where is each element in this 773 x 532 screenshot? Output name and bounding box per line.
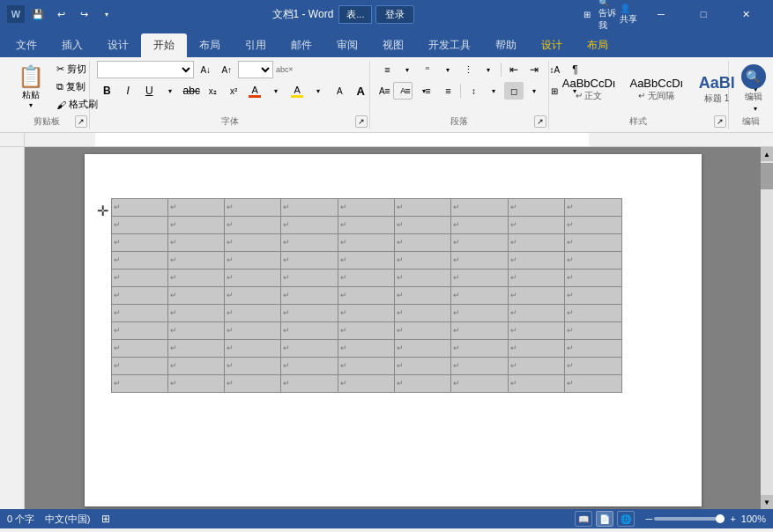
table-cell[interactable]: ↵: [508, 340, 564, 358]
paste-button[interactable]: 📋 粘贴 ▾: [11, 61, 51, 113]
table-row[interactable]: ↵↵↵↵↵↵↵↵↵: [111, 252, 621, 270]
shading-button[interactable]: ◻: [504, 82, 524, 100]
tab-references[interactable]: 引用: [233, 33, 279, 57]
table-cell[interactable]: ↵: [281, 358, 338, 375]
maximize-button[interactable]: □: [683, 0, 724, 28]
table-cell[interactable]: ↵: [395, 375, 451, 393]
table-cell[interactable]: ↵: [225, 252, 281, 270]
table-cell[interactable]: ↵: [565, 340, 621, 358]
table-cell[interactable]: ↵: [451, 287, 508, 305]
document-table[interactable]: ↵↵↵↵↵↵↵↵↵↵↵↵↵↵↵↵↵↵↵↵↵↵↵↵↵↵↵↵↵↵↵↵↵↵↵↵↵↵↵↵…: [111, 198, 622, 393]
table-cell[interactable]: ↵: [565, 305, 621, 322]
table-row[interactable]: ↵↵↵↵↵↵↵↵↵: [111, 305, 621, 322]
tab-review[interactable]: 审阅: [324, 33, 370, 57]
redo-button[interactable]: ↪: [74, 4, 93, 24]
table-cell[interactable]: ↵: [508, 375, 564, 393]
table-cell[interactable]: ↵: [281, 217, 338, 234]
multilevel-list-button[interactable]: ⋮: [458, 61, 478, 78]
table-cell[interactable]: ↵: [395, 252, 451, 270]
tab-home[interactable]: 开始: [141, 33, 187, 57]
table-cell[interactable]: ↵: [395, 358, 451, 375]
table-cell[interactable]: ↵: [565, 270, 621, 287]
scroll-down-button[interactable]: ▼: [761, 495, 773, 509]
styles-dialog-button[interactable]: ↗: [714, 115, 726, 128]
highlight-button[interactable]: A: [287, 82, 307, 100]
scroll-up-button[interactable]: ▲: [761, 147, 773, 161]
table-cell[interactable]: ↵: [225, 322, 281, 340]
table-cell[interactable]: ↵: [451, 270, 508, 287]
tab-view[interactable]: 视图: [370, 33, 416, 57]
table-cell[interactable]: ↵: [281, 252, 338, 270]
minimize-button[interactable]: ─: [641, 0, 681, 28]
table-cell[interactable]: ↵: [338, 270, 394, 287]
table-cell[interactable]: ↵: [167, 358, 224, 375]
vertical-scrollbar[interactable]: ▲ ▼: [761, 147, 773, 509]
table-cell[interactable]: ↵: [281, 234, 338, 252]
underline-caret-button[interactable]: ▾: [160, 82, 180, 100]
share-help-button[interactable]: ⊞: [577, 4, 597, 24]
zoom-in-button[interactable]: +: [728, 514, 737, 524]
decrease-indent-button[interactable]: ⇤: [504, 61, 524, 78]
table-cell[interactable]: ↵: [508, 252, 564, 270]
table-cell[interactable]: ↵: [111, 270, 167, 287]
table-cell[interactable]: ↵: [225, 234, 281, 252]
table-cell[interactable]: ↵: [451, 340, 508, 358]
font-color-button[interactable]: A: [245, 82, 264, 100]
tab-design2[interactable]: 设计: [529, 33, 575, 57]
doc-scroll-area[interactable]: ✛ ↵↵↵↵↵↵↵↵↵↵↵↵↵↵↵↵↵↵↵↵↵↵↵↵↵↵↵↵↵↵↵↵↵↵↵↵↵↵…: [25, 147, 761, 509]
table-row[interactable]: ↵↵↵↵↵↵↵↵↵: [111, 217, 621, 234]
table-cell[interactable]: ↵: [395, 270, 451, 287]
font-name-select[interactable]: [97, 61, 194, 78]
line-spacing-button[interactable]: ↕: [464, 82, 483, 100]
tab-insert[interactable]: 插入: [49, 33, 95, 57]
table-cell[interactable]: ↵: [281, 199, 338, 217]
table-cell[interactable]: ↵: [451, 358, 508, 375]
font-effect-button[interactable]: A: [330, 82, 349, 100]
table-cell[interactable]: ↵: [338, 252, 394, 270]
table-cell[interactable]: ↵: [111, 217, 167, 234]
table-cell[interactable]: ↵: [565, 252, 621, 270]
tab-layout[interactable]: 布局: [187, 33, 233, 57]
table-cell[interactable]: ↵: [508, 322, 564, 340]
table-row[interactable]: ↵↵↵↵↵↵↵↵↵: [111, 375, 621, 393]
table-cell[interactable]: ↵: [338, 234, 394, 252]
table-cell[interactable]: ↵: [111, 234, 167, 252]
table-row[interactable]: ↵↵↵↵↵↵↵↵↵: [111, 322, 621, 340]
table-cell[interactable]: ↵: [281, 322, 338, 340]
line-spacing-caret[interactable]: ▾: [484, 82, 503, 100]
table-cell[interactable]: ↵: [111, 322, 167, 340]
table-row[interactable]: ↵↵↵↵↵↵↵↵↵: [111, 234, 621, 252]
multilevel-caret[interactable]: ▾: [479, 61, 498, 78]
table-cell[interactable]: ↵: [167, 287, 224, 305]
tell-me-button[interactable]: 🔍 告诉我: [598, 4, 618, 24]
table-button[interactable]: 表...: [338, 5, 372, 24]
table-cell[interactable]: ↵: [451, 234, 508, 252]
zoom-out-button[interactable]: ─: [645, 514, 650, 523]
increase-indent-button[interactable]: ⇥: [524, 61, 544, 78]
table-cell[interactable]: ↵: [338, 199, 394, 217]
style-no-spacing[interactable]: AaBbCcDı ↵ 无间隔: [623, 64, 689, 114]
table-cell[interactable]: ↵: [338, 322, 394, 340]
table-cell[interactable]: ↵: [281, 305, 338, 322]
table-cell[interactable]: ↵: [111, 375, 167, 393]
bullet-list-button[interactable]: ≡: [377, 61, 397, 78]
table-cell[interactable]: ↵: [395, 305, 451, 322]
style-normal[interactable]: AaBbCcDı ↵ 正文: [556, 64, 622, 114]
print-view-button[interactable]: 📄: [596, 511, 613, 527]
tab-layout2[interactable]: 布局: [575, 33, 621, 57]
table-cell[interactable]: ↵: [508, 217, 564, 234]
shading-caret[interactable]: ▾: [524, 82, 544, 100]
table-cell[interactable]: ↵: [508, 287, 564, 305]
highlight-caret[interactable]: ▾: [308, 82, 328, 100]
table-cell[interactable]: ↵: [225, 270, 281, 287]
font-color-caret[interactable]: ▾: [266, 82, 286, 100]
table-cell[interactable]: ↵: [225, 358, 281, 375]
table-cell[interactable]: ↵: [111, 252, 167, 270]
table-cell[interactable]: ↵: [338, 340, 394, 358]
table-cell[interactable]: ↵: [395, 287, 451, 305]
table-cell[interactable]: ↵: [281, 287, 338, 305]
table-row[interactable]: ↵↵↵↵↵↵↵↵↵: [111, 270, 621, 287]
superscript-button[interactable]: x²: [224, 82, 243, 100]
table-cell[interactable]: ↵: [167, 375, 224, 393]
table-row[interactable]: ↵↵↵↵↵↵↵↵↵: [111, 287, 621, 305]
